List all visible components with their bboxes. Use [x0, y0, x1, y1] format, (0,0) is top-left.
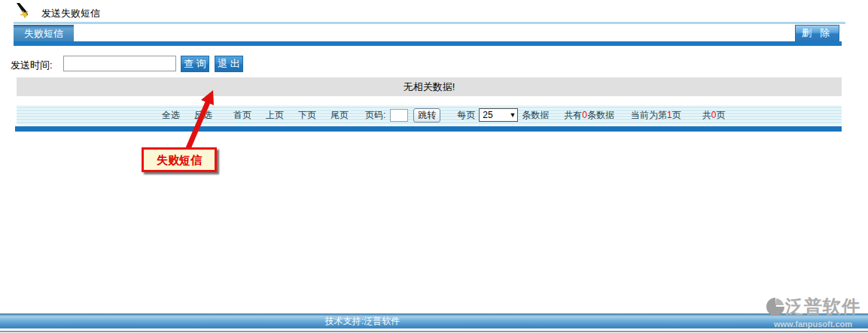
total-count-text: 共有0条数据	[564, 109, 614, 122]
next-page-link[interactable]: 下页	[298, 109, 316, 122]
exit-button[interactable]: 退 出	[215, 56, 243, 72]
per-page-label: 每页	[457, 109, 475, 122]
total-pages-text: 共0页	[702, 109, 726, 122]
tab-failed-sms[interactable]: 失败短信	[14, 25, 74, 41]
current-page-text: 当前为第1页	[631, 109, 681, 122]
footer-bar: 技术支持:泛普软件	[0, 313, 868, 328]
query-button[interactable]: 查 询	[181, 56, 209, 72]
fanpu-brand-text: 泛普软件	[785, 295, 860, 319]
jump-button[interactable]: 跳转	[413, 108, 440, 123]
page-no-label: 页码:	[365, 109, 385, 122]
prev-page-link[interactable]: 上页	[266, 109, 284, 122]
page: 发送失败短信 失败短信 删 除 发送时间: 查 询 退 出 无相关数据! 全选 …	[0, 0, 868, 333]
fanpu-url-text: www.fanpusoft.com	[765, 319, 861, 328]
fanpu-logo-icon	[766, 297, 785, 316]
send-time-input[interactable]	[63, 56, 176, 71]
first-page-link[interactable]: 首页	[233, 109, 251, 122]
fanpu-watermark: 泛普软件 www.fanpusoft.com	[765, 295, 861, 328]
last-page-link[interactable]: 尾页	[330, 109, 349, 122]
failed-sms-callout: 失败短信	[142, 147, 217, 172]
pen-wand-icon	[15, 2, 32, 19]
delete-button[interactable]: 删 除	[795, 25, 839, 41]
per-page-select[interactable]: 25 ▼	[479, 108, 518, 122]
per-page-value: 25	[483, 110, 492, 120]
page-no-input[interactable]	[390, 109, 408, 122]
page-title: 发送失败短信	[41, 7, 100, 20]
header-divider	[14, 22, 845, 24]
support-text: 技术支持:泛普软件	[325, 315, 400, 328]
current-page-value: 1	[667, 110, 672, 120]
per-page-suffix: 条数据	[522, 109, 549, 122]
tab-underline-bar	[14, 41, 842, 46]
dropdown-arrow-icon: ▼	[509, 111, 516, 119]
send-time-label: 发送时间:	[11, 59, 53, 72]
bottom-border	[0, 331, 868, 332]
